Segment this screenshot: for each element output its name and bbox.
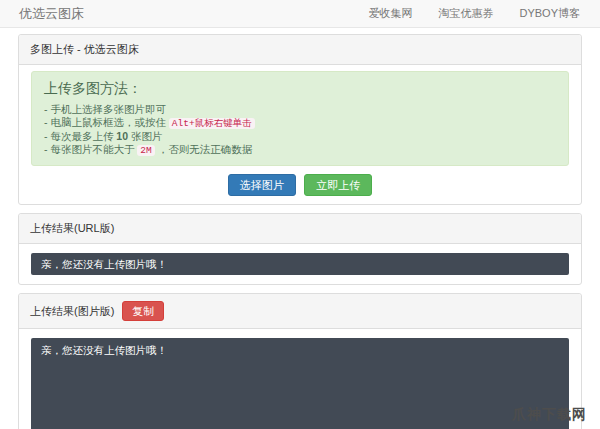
help-text-segment: ，否则无法正确数据: [155, 143, 252, 155]
navbar: 优选云图床 爱收集网 淘宝优惠券 DYBOY博客: [0, 0, 600, 28]
url-results-textarea[interactable]: 亲，您还没有上传图片哦！: [31, 253, 569, 275]
url-results-panel: 上传结果(URL版) 亲，您还没有上传图片哦！: [18, 213, 582, 285]
alt-rightclick-code: Alt+鼠标右键单击: [169, 118, 255, 129]
copy-button[interactable]: 复制: [122, 301, 164, 321]
max-count-value: 10: [116, 130, 128, 142]
help-text-segment: - 每张图片不能大于: [44, 143, 137, 155]
upload-panel-title: 多图上传 - 优选云图床: [30, 42, 139, 57]
upload-panel: 多图上传 - 优选云图床 上传多图方法： - 手机上选择多张图片即可 - 电脑上…: [18, 34, 582, 205]
image-results-heading: 上传结果(图片版) 复制: [19, 294, 581, 329]
help-line-max-size: - 每张图片不能大于 2M ，否则无法正确数据: [44, 143, 556, 157]
image-results-panel: 上传结果(图片版) 复制 亲，您还没有上传图片哦！: [18, 293, 582, 429]
help-text-segment: - 手机上选择多张图片即可: [44, 103, 166, 115]
nav-link-taobao-coupon[interactable]: 淘宝优惠券: [438, 6, 493, 21]
max-size-code: 2M: [137, 145, 154, 156]
url-results-heading: 上传结果(URL版): [19, 214, 581, 244]
url-results-title: 上传结果(URL版): [30, 221, 114, 236]
brand-link[interactable]: 优选云图床: [19, 5, 84, 23]
help-text-segment: - 每次最多上传: [44, 130, 116, 142]
select-images-button[interactable]: 选择图片: [228, 174, 296, 196]
help-line-mobile: - 手机上选择多张图片即可: [44, 103, 556, 116]
upload-help-alert: 上传多图方法： - 手机上选择多张图片即可 - 电脑上鼠标框选，或按住 Alt+…: [31, 71, 569, 166]
help-line-pc: - 电脑上鼠标框选，或按住 Alt+鼠标右键单击: [44, 116, 556, 130]
help-text-segment: - 电脑上鼠标框选，或按住: [44, 116, 169, 128]
main-container: 多图上传 - 优选云图床 上传多图方法： - 手机上选择多张图片即可 - 电脑上…: [0, 28, 600, 429]
image-results-title: 上传结果(图片版): [30, 304, 114, 319]
image-results-body: 亲，您还没有上传图片哦！: [19, 329, 581, 429]
nav-link-aishouji[interactable]: 爱收集网: [368, 6, 412, 21]
help-line-max-count: - 每次最多上传 10 张图片: [44, 130, 556, 143]
upload-panel-heading: 多图上传 - 优选云图床: [19, 35, 581, 65]
nav-links: 爱收集网 淘宝优惠券 DYBOY博客: [368, 6, 580, 21]
upload-panel-body: 上传多图方法： - 手机上选择多张图片即可 - 电脑上鼠标框选，或按住 Alt+…: [19, 65, 581, 204]
help-text-segment: 张图片: [128, 130, 162, 142]
nav-link-dyboy-blog[interactable]: DYBOY博客: [519, 6, 580, 21]
url-results-body: 亲，您还没有上传图片哦！: [19, 244, 581, 284]
watermark-text: 爪神下载网: [512, 406, 587, 424]
upload-now-button[interactable]: 立即上传: [304, 174, 372, 196]
help-title: 上传多图方法：: [44, 80, 556, 98]
upload-button-row: 选择图片 立即上传: [31, 174, 569, 196]
image-results-area: 亲，您还没有上传图片哦！: [31, 338, 569, 429]
